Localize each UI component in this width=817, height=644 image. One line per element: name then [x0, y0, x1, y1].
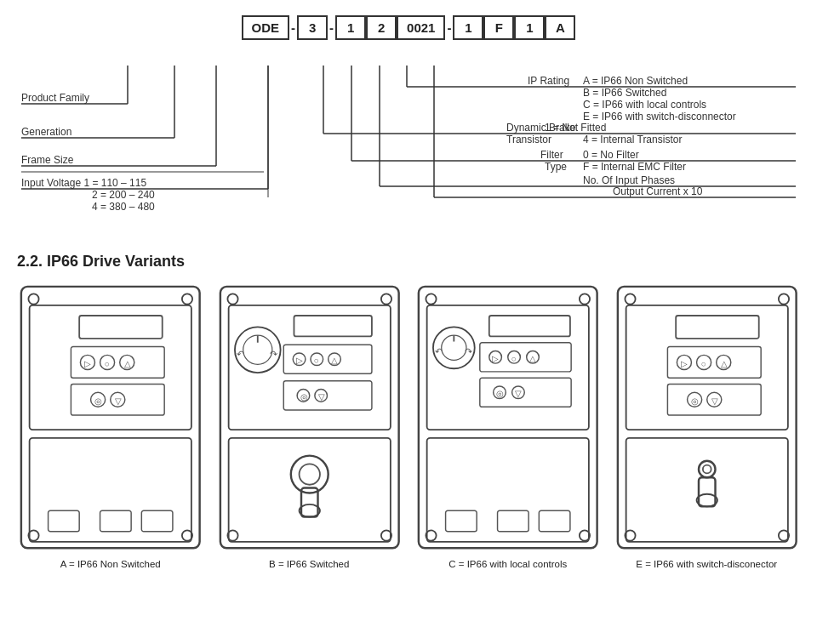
drive-illustration-e: ▷ ○ △ ◎ ▽ [614, 282, 801, 552]
svg-text:▷: ▷ [295, 356, 302, 365]
svg-text:△: △ [720, 359, 727, 368]
svg-text:1 = Not Fitted: 1 = Not Fitted [545, 122, 606, 134]
svg-text:▽: ▽ [515, 389, 522, 398]
svg-text:Generation: Generation [21, 126, 71, 138]
svg-text:◎: ◎ [300, 392, 307, 402]
svg-rect-140 [626, 438, 787, 542]
svg-rect-127 [676, 316, 759, 339]
svg-text:↷: ↷ [270, 349, 277, 359]
drive-illustration-b: ↶ ↷ ▷ ○ △ ◎ ▽ [216, 282, 403, 552]
svg-rect-69 [228, 305, 390, 430]
svg-point-122 [625, 294, 635, 304]
diagram-svg: Product Family Generation Frame Size Inp… [17, 40, 800, 236]
svg-text:↶: ↶ [435, 346, 443, 356]
svg-rect-126 [626, 305, 787, 430]
drive-card-b: ↶ ↷ ▷ ○ △ ◎ ▽ B = IP66 Switch [216, 282, 403, 569]
svg-text:▷: ▷ [84, 359, 91, 368]
svg-rect-47 [79, 316, 163, 339]
svg-text:△: △ [124, 359, 131, 368]
svg-text:Filter: Filter [540, 149, 563, 161]
pn-1: 1 [335, 15, 366, 40]
svg-rect-104 [489, 316, 570, 336]
svg-text:0 = No Filter: 0 = No Filter [583, 149, 639, 161]
svg-rect-121 [617, 287, 796, 548]
pn-sep2: - [328, 20, 335, 35]
svg-text:Output Current x 10: Output Current x 10 [613, 185, 703, 197]
svg-text:A = IP66 Non Switched: A = IP66 Non Switched [583, 75, 688, 87]
svg-point-90 [299, 464, 319, 484]
svg-text:2 = 200 – 240: 2 = 200 – 240 [92, 189, 155, 201]
svg-point-42 [28, 294, 38, 304]
svg-point-141 [698, 461, 715, 478]
svg-text:No. Of Input Phases: No. Of Input Phases [583, 174, 675, 186]
section-heading: 2.2. IP66 Drive Variants [17, 253, 800, 271]
pn-inp1: 1 [453, 15, 483, 40]
svg-point-123 [778, 294, 788, 304]
svg-text:◎: ◎ [496, 389, 504, 398]
drive-card-a: ▷ ○ △ ◎ ▽ A = IP66 Non Switched [17, 282, 204, 569]
svg-rect-88 [228, 438, 390, 542]
drive-illustration-a: ▷ ○ △ ◎ ▽ [17, 282, 204, 552]
pn-F: F [483, 15, 514, 40]
svg-text:○: ○ [700, 359, 706, 368]
svg-rect-143 [698, 477, 715, 506]
svg-rect-41 [21, 287, 200, 548]
part-number-section: ODE - 3 - 1 2 0021 - 1 F 1 A Product Fam… [17, 9, 800, 236]
svg-text:4 = 380 – 480: 4 = 380 – 480 [92, 201, 155, 213]
svg-rect-46 [30, 305, 191, 430]
pn-1b: 1 [514, 15, 545, 40]
svg-rect-98 [427, 305, 589, 430]
svg-text:F = Internal EMC Filter: F = Internal EMC Filter [583, 161, 686, 173]
svg-text:C = IP66 with local controls: C = IP66 with local controls [583, 99, 706, 111]
svg-text:△: △ [331, 356, 338, 365]
svg-text:○: ○ [104, 359, 109, 368]
pn-2: 2 [366, 15, 397, 40]
pn-ode: ODE [242, 15, 290, 40]
svg-text:▷: ▷ [681, 359, 688, 368]
svg-rect-75 [294, 316, 371, 336]
svg-text:○: ○ [511, 354, 516, 363]
pn-3: 3 [297, 15, 328, 40]
drive-illustration-c: ↶ ↷ ▷ ○ △ ◎ ▽ [414, 282, 602, 552]
variant-a-label: A = IP66 Non Switched [60, 559, 161, 569]
pn-0021: 0021 [397, 15, 445, 40]
svg-rect-61 [49, 510, 80, 531]
svg-point-65 [227, 294, 237, 304]
svg-point-92 [299, 504, 319, 517]
drive-card-e: ▷ ○ △ ◎ ▽ E = IP66 with switch-disconect… [614, 282, 801, 569]
svg-text:IP Rating: IP Rating [528, 75, 569, 87]
svg-text:↷: ↷ [465, 346, 472, 356]
svg-text:▽: ▽ [711, 396, 717, 406]
svg-text:▽: ▽ [115, 396, 122, 406]
svg-text:Transistor: Transistor [506, 134, 551, 145]
svg-text:E = IP66 with switch-disconnec: E = IP66 with switch-disconnector [583, 111, 736, 123]
svg-point-142 [702, 465, 711, 474]
drive-variants: ▷ ○ △ ◎ ▽ A = IP66 Non Switched [17, 282, 800, 569]
variant-b-label: B = IP66 Switched [269, 559, 349, 569]
drive-card-c: ↶ ↷ ▷ ○ △ ◎ ▽ C = IP66 with local contro… [414, 282, 602, 569]
svg-rect-63 [141, 510, 173, 531]
svg-text:▷: ▷ [492, 354, 499, 363]
svg-rect-117 [427, 438, 589, 542]
svg-text:Input Voltage   1 = 110 – 115: Input Voltage 1 = 110 – 115 [21, 177, 146, 189]
svg-text:Frame Size: Frame Size [21, 154, 74, 166]
pn-A: A [545, 15, 575, 40]
svg-point-95 [580, 294, 590, 304]
pn-sep1: - [289, 20, 297, 35]
variant-c-label: C = IP66 with local controls [448, 559, 567, 569]
svg-text:▽: ▽ [317, 392, 324, 402]
svg-point-66 [380, 294, 391, 304]
svg-rect-120 [539, 510, 570, 531]
svg-point-94 [426, 294, 436, 304]
svg-text:Type: Type [545, 161, 567, 173]
svg-text:◎: ◎ [691, 396, 699, 406]
svg-text:B = IP66 Switched: B = IP66 Switched [583, 87, 666, 99]
svg-text:Product Family: Product Family [21, 92, 89, 104]
svg-text:4 = Internal Transistor: 4 = Internal Transistor [583, 134, 682, 145]
svg-rect-118 [446, 510, 477, 531]
variant-e-label: E = IP66 with switch-disconector [636, 559, 777, 569]
pn-sep3: - [445, 20, 453, 35]
svg-rect-60 [30, 438, 191, 542]
svg-rect-62 [100, 510, 132, 531]
svg-text:◎: ◎ [94, 396, 102, 406]
